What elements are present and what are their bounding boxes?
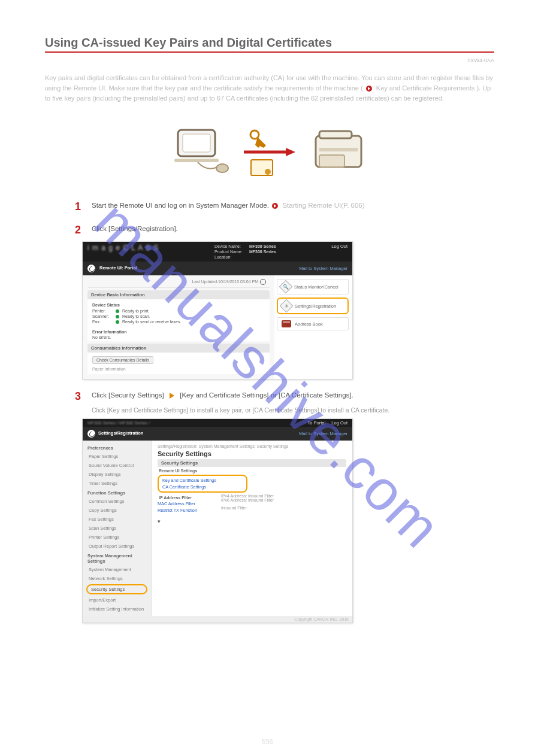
sidebar-item-display[interactable]: Display Settings — [83, 470, 151, 479]
copyright: Copyright CANON INC. 2016 — [83, 616, 352, 623]
key-cert-link[interactable]: Key and Certificate Settings — [162, 477, 243, 484]
sidebar-head-function: Function Settings — [83, 488, 151, 497]
refresh-icon — [87, 265, 95, 272]
svg-rect-11 — [319, 148, 358, 151]
sidebar-item-import[interactable]: Import/Export — [83, 596, 151, 605]
play-icon — [272, 203, 278, 209]
svg-point-3 — [216, 164, 228, 172]
mail-link[interactable]: Mail to System Manager — [299, 431, 347, 436]
sidebar-item-scan[interactable]: Scan Settings — [83, 524, 151, 533]
svg-rect-10 — [319, 131, 352, 138]
triangle-icon — [170, 393, 174, 399]
svg-marker-6 — [286, 148, 295, 156]
title-rule — [45, 51, 494, 53]
step-2: 2 Click [Settings/Registration]. — [75, 224, 494, 236]
step-1: 1 Start the Remote UI and log on in Syst… — [75, 201, 494, 213]
cursor-mark: ▾ — [158, 518, 346, 524]
ip-filter-label: IP Address Filter — [158, 494, 197, 500]
hero-illustration — [45, 108, 494, 197]
play-icon — [366, 86, 372, 92]
screenshot-portal: i m a g e C L A S S Device Name:MF300 Se… — [82, 241, 353, 379]
printer-status: Printer:Ready to print. — [92, 308, 265, 314]
step-number: 1 — [75, 201, 92, 213]
consumables-head: Consumables Information — [87, 344, 270, 353]
sidebar-item-printer[interactable]: Printer Settings — [83, 533, 151, 542]
device-status-head: Device Status — [92, 301, 265, 308]
address-book-button[interactable]: Address Book — [277, 317, 349, 330]
ipv4-filter[interactable]: IPv4 Address: Inbound Filter — [221, 494, 274, 498]
logout-link[interactable]: Log Out — [331, 244, 347, 249]
printer-icon — [309, 125, 368, 179]
sidebar-item-system-mgmt[interactable]: System Management — [83, 565, 151, 574]
security-title: Security Settings — [158, 450, 346, 457]
security-subhead: Security Settings — [158, 459, 346, 467]
sidebar-item-timer[interactable]: Timer Settings — [83, 479, 151, 488]
svg-rect-12 — [319, 155, 344, 167]
mail-link[interactable]: Mail to System Manager — [299, 266, 347, 271]
step-link[interactable]: Starting Remote UI(P. 606) — [282, 202, 364, 209]
settings-title: Settings/Registration — [98, 431, 143, 436]
status-monitor-button[interactable]: 🔍 Status Monitor/Cancel — [277, 279, 349, 294]
ipv6-filter[interactable]: IPv6 Address: Inbound Filter — [221, 498, 274, 502]
sidebar-item-fax[interactable]: Fax Settings — [83, 515, 151, 524]
arrow-key-cert-icon — [243, 125, 297, 179]
step-text: Start the Remote UI and log on in System… — [92, 202, 269, 209]
fax-status: Fax:Ready to send or receive faxes. — [92, 319, 265, 324]
ca-cert-link[interactable]: CA Certificate Settings — [162, 484, 243, 490]
step-number: 3 — [75, 390, 92, 403]
error-info-head: Error Information — [92, 328, 265, 335]
step-3-sub: Click [Key and Certificate Settings] to … — [92, 406, 494, 414]
diamond-icon: ✳ — [280, 299, 294, 313]
page-number: 596 — [0, 738, 535, 745]
restrict-tx-link[interactable]: Restrict TX Function — [158, 507, 197, 514]
logout-link[interactable]: Log Out — [331, 420, 347, 426]
paper-info: Paper Information — [92, 366, 265, 372]
step-3: 3 Click [Security Settings] [Key and Cer… — [75, 390, 494, 403]
sidebar: Preferences Paper Settings Sound Volume … — [83, 441, 152, 616]
page-title: Using CA-issued Key Pairs and Digital Ce… — [45, 36, 494, 50]
to-portal-link[interactable]: To Portal — [308, 420, 326, 426]
svg-point-8 — [265, 169, 271, 175]
doc-code: 0XW4-0AA — [45, 57, 494, 63]
series-blur: MF300 Series / MF300 Series / — [87, 420, 150, 426]
settings-registration-button[interactable]: ✳ Settings/Registration — [277, 297, 349, 314]
sidebar-item-security[interactable]: Security Settings — [86, 584, 147, 594]
diamond-icon: 🔍 — [279, 280, 293, 294]
step-text: Click [Settings/Registration]. — [92, 224, 494, 233]
computer-icon — [171, 125, 231, 179]
step-text: Click [Security Settings] — [92, 391, 164, 399]
sidebar-item-init[interactable]: Initialize Setting Information — [83, 605, 151, 614]
last-updated: Last Updated:10/19/2015 03:04 PM — [87, 278, 270, 288]
basic-info-head: Device Basic Information — [87, 290, 270, 299]
cert-links-highlight: Key and Certificate Settings CA Certific… — [158, 475, 247, 493]
sidebar-item-output[interactable]: Output Report Settings — [83, 542, 151, 551]
sidebar-item-network[interactable]: Network Settings — [83, 574, 151, 583]
intro-text: Key pairs and digital certificates can b… — [45, 73, 494, 104]
sidebar-item-sound[interactable]: Sound Volume Control — [83, 461, 151, 470]
mac-filter-link[interactable]: MAC Address Filter — [158, 500, 197, 507]
breadcrumb: Settings/Registration: System Management… — [158, 444, 346, 448]
gear-icon — [87, 430, 95, 438]
consumables-button[interactable]: Check Consumables Details — [92, 356, 153, 364]
error-info-text: No errors. — [92, 335, 265, 339]
step-text: [Key and Certificate Settings] or [CA Ce… — [180, 391, 353, 399]
svg-rect-2 — [174, 159, 219, 162]
svg-rect-1 — [183, 134, 210, 152]
remote-ui-label: Remote UI Settings — [158, 467, 346, 473]
scanner-status: Scanner:Ready to scan. — [92, 314, 265, 319]
sync-icon[interactable] — [260, 279, 266, 285]
sidebar-head-preferences: Preferences — [83, 443, 151, 452]
sidebar-item-common[interactable]: Common Settings — [83, 497, 151, 506]
brand-blur: i m a g e C L A S S — [87, 244, 159, 252]
portal-title: Remote UI: Portal — [87, 265, 137, 272]
book-icon — [282, 320, 291, 327]
step-number: 2 — [75, 224, 92, 236]
mac-inbound[interactable]: Inbound Filter — [221, 506, 274, 510]
screenshot-security-settings: MF300 Series / MF300 Series / To Portal … — [82, 418, 353, 623]
sidebar-head-system: System Management Settings — [83, 551, 151, 565]
sidebar-item-copy[interactable]: Copy Settings — [83, 506, 151, 515]
sidebar-item-paper[interactable]: Paper Settings — [83, 452, 151, 461]
